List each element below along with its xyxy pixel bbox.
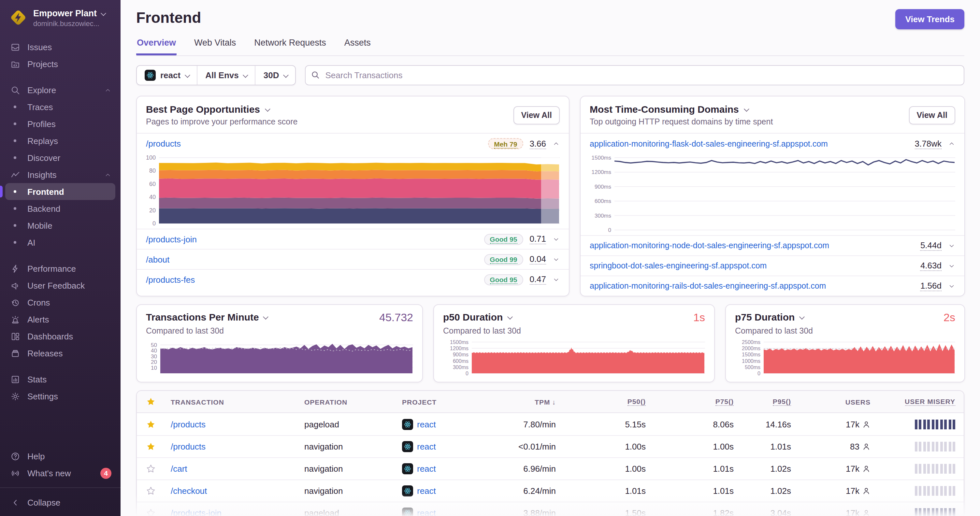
page-score-chart[interactable]: 020406080100 [140, 154, 560, 227]
transaction-link[interactable]: /products [171, 442, 205, 451]
star-filled-icon[interactable] [137, 442, 167, 451]
page-link[interactable]: /products [146, 139, 482, 149]
chevron-up-icon[interactable] [948, 140, 955, 147]
chevron-down-icon[interactable] [948, 242, 955, 249]
project-filter[interactable]: react [137, 66, 197, 85]
search-input[interactable] [305, 65, 964, 85]
svg-text:80: 80 [149, 167, 156, 174]
sidebar-item-settings[interactable]: Settings [5, 387, 115, 405]
sidebar-item-frontend[interactable]: Frontend [5, 183, 115, 200]
column-header-project[interactable]: PROJECT [398, 398, 475, 406]
page-opportunity-row: /productsMeh 793.66 [137, 133, 569, 154]
sidebar-item-insights[interactable]: Insights [5, 166, 115, 183]
chevron-down-icon[interactable] [552, 276, 560, 283]
tab-network-requests[interactable]: Network Requests [253, 38, 327, 56]
bullet-icon [9, 224, 21, 227]
sidebar-item-help[interactable]: Help [5, 448, 115, 465]
column-header-operation[interactable]: OPERATION [301, 398, 398, 406]
sidebar-item-stats[interactable]: Stats [5, 371, 115, 387]
sidebar-item-dashboards[interactable]: Dashboards [5, 328, 115, 345]
metric-title-dropdown[interactable]: p75 Duration [735, 311, 803, 322]
metric-title-dropdown[interactable]: Transactions Per Minute [146, 311, 267, 322]
chevron-up-icon[interactable] [552, 140, 560, 147]
page-link[interactable]: /products-fes [146, 275, 477, 284]
chevron-down-icon[interactable] [552, 235, 560, 243]
domain-duration-chart[interactable]: 0300ms600ms900ms1200ms1500ms [583, 154, 955, 233]
metric-chart[interactable]: 1020304050 [146, 339, 413, 376]
domain-link[interactable]: application-monitoring-flask-dot-sales-e… [590, 139, 908, 148]
star-outline-icon[interactable] [137, 464, 167, 474]
column-header-users[interactable]: USERS [795, 398, 875, 406]
sidebar-item-projects[interactable]: Projects [5, 56, 115, 72]
sidebar-item-traces[interactable]: Traces [5, 98, 115, 115]
sidebar-item-what-s-new[interactable]: What's new4 [5, 465, 115, 481]
chevron-down-icon[interactable] [948, 283, 955, 290]
p75-cell: 1.01s [650, 486, 738, 496]
column-header-p75[interactable]: P75() [650, 397, 738, 406]
star-filled-icon[interactable] [137, 419, 167, 429]
column-header-transaction[interactable]: TRANSACTION [167, 398, 301, 406]
sidebar-item-discover[interactable]: Discover [5, 149, 115, 166]
project-cell: react [398, 508, 475, 516]
svg-text:600ms: 600ms [453, 358, 468, 364]
column-header-user-misery[interactable]: USER MISERY [875, 397, 964, 406]
sidebar-item-label: Dashboards [27, 331, 73, 341]
transaction-link[interactable]: /products [171, 419, 205, 429]
column-header-tpm[interactable]: TPM↓ [475, 398, 560, 406]
sidebar-item-profiles[interactable]: Profiles [5, 115, 115, 132]
score-badge: Good 95 [484, 274, 523, 285]
tab-assets[interactable]: Assets [344, 38, 371, 56]
sidebar-item-user-feedback[interactable]: User Feedback [5, 277, 115, 294]
sidebar-item-backend[interactable]: Backend [5, 200, 115, 217]
page-link[interactable]: /about [146, 254, 477, 264]
project-link[interactable]: react [402, 463, 436, 474]
view-all-button[interactable]: View All [909, 106, 956, 124]
page-link[interactable]: /products-join [146, 234, 477, 244]
metric-chart[interactable]: 0500ms1000ms1500ms2000ms2500ms [735, 339, 955, 376]
tab-overview[interactable]: Overview [136, 38, 177, 56]
domain-link[interactable]: application-monitoring-rails-dot-sales-e… [590, 281, 914, 291]
sidebar-item-crons[interactable]: Crons [5, 294, 115, 311]
transaction-link[interactable]: /cart [171, 464, 187, 474]
sidebar-item-releases[interactable]: Releases [5, 345, 115, 362]
org-switcher[interactable]: Empower Plant dominik.buszowiec... [0, 0, 121, 36]
domain-link[interactable]: springboot-dot-sales-engineering-sf.apps… [590, 261, 914, 270]
chevron-down-icon[interactable] [552, 256, 560, 263]
sidebar-item-explore[interactable]: Explore [5, 81, 115, 98]
project-link[interactable]: react [402, 508, 436, 516]
star-outline-icon[interactable] [137, 508, 167, 516]
sidebar-item-mobile[interactable]: Mobile [5, 217, 115, 234]
star-outline-icon[interactable] [137, 486, 167, 496]
chevron-down-icon[interactable] [948, 262, 955, 269]
transaction-link[interactable]: /products-join [171, 508, 221, 516]
metric-title-dropdown[interactable]: p50 Duration [443, 311, 511, 322]
project-link[interactable]: react [402, 441, 436, 452]
environment-filter[interactable]: All Envs [197, 66, 255, 85]
tab-web-vitals[interactable]: Web Vitals [194, 38, 237, 56]
domain-link[interactable]: application-monitoring-node-dot-sales-en… [590, 241, 914, 250]
sidebar-item-performance[interactable]: Performance [5, 260, 115, 277]
user-misery-bars [875, 419, 964, 429]
sidebar-item-issues[interactable]: Issues [5, 38, 115, 56]
view-all-button[interactable]: View All [514, 106, 560, 124]
domains-title-dropdown[interactable]: Most Time-Consuming Domains [590, 103, 773, 115]
performance-icon [9, 264, 21, 273]
sort-desc-icon: ↓ [552, 398, 556, 406]
project-link[interactable]: react [402, 419, 436, 430]
view-trends-button[interactable]: View Trends [896, 9, 964, 29]
sidebar-item-label: User Feedback [27, 281, 85, 290]
transaction-cell: /checkout [167, 486, 301, 496]
project-link[interactable]: react [402, 485, 436, 497]
best-pages-title-dropdown[interactable]: Best Page Opportunities [146, 103, 298, 115]
sidebar-item-collapse[interactable]: Collapse [5, 494, 115, 511]
sidebar-item-alerts[interactable]: Alerts [5, 311, 115, 328]
transaction-link[interactable]: /checkout [171, 486, 207, 496]
sidebar-item-replays[interactable]: Replays [5, 132, 115, 149]
star-column-header[interactable] [137, 397, 167, 406]
date-range-filter[interactable]: 30D [255, 66, 296, 85]
column-header-p50[interactable]: P50() [560, 397, 650, 406]
svg-text:900ms: 900ms [595, 184, 611, 190]
sidebar-item-ai[interactable]: AI [5, 234, 115, 251]
column-header-p95[interactable]: P95() [738, 397, 795, 406]
metric-chart[interactable]: 0300ms600ms900ms1200ms1500ms [443, 339, 705, 376]
